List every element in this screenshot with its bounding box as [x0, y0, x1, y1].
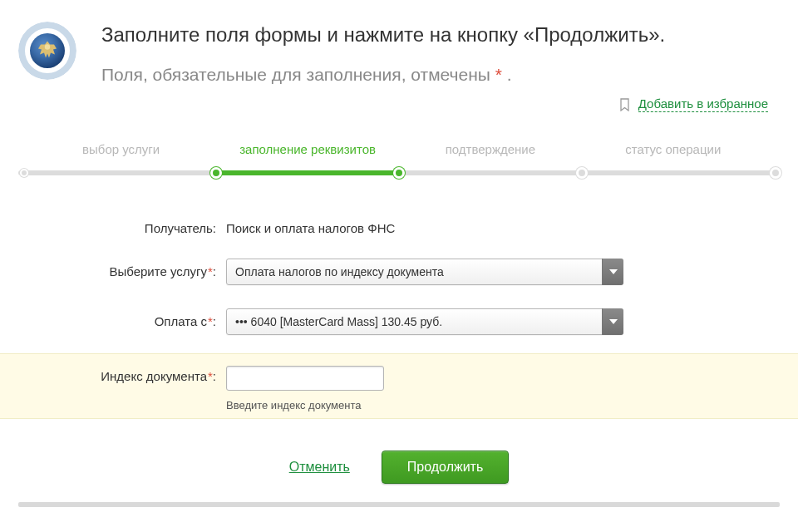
receiver-label: Получатель:: [0, 221, 226, 235]
doc-index-input[interactable]: [226, 366, 384, 391]
service-label-text: Выберите услугу: [109, 264, 207, 278]
continue-button[interactable]: Продолжить: [382, 451, 509, 484]
required-star-icon: *: [495, 65, 502, 84]
service-select[interactable]: Оплата налогов по индексу документа: [226, 259, 623, 285]
subtitle-prefix: Поля, обязательные для заполнения, отмеч…: [101, 65, 495, 84]
row-doc-index: Индекс документа*: Введите индекс докуме…: [0, 353, 798, 419]
doc-index-label: Индекс документа*:: [0, 366, 226, 383]
colon: :: [213, 264, 216, 278]
doc-index-helper: Введите индекс документа: [226, 399, 773, 411]
fns-logo-icon: [18, 22, 76, 80]
page-subtitle: Поля, обязательные для заполнения, отмеч…: [101, 65, 773, 85]
row-pay-from: Оплата с*: ••• 6040 [MasterCard Mass] 13…: [0, 293, 798, 353]
receiver-value: Поиск и оплата налогов ФНС: [226, 221, 798, 235]
step-dot-2: [210, 167, 222, 179]
row-service: Выберите услугу*: Оплата налогов по инде…: [0, 244, 798, 293]
page-title: Заполните поля формы и нажмите на кнопку…: [101, 22, 773, 48]
footer-divider: [18, 502, 780, 507]
form-actions: Отменить Продолжить: [0, 419, 798, 492]
colon: :: [213, 314, 216, 328]
step-dot-5: [770, 167, 781, 179]
step-dot-4: [576, 167, 588, 179]
colon: :: [213, 369, 216, 383]
pay-from-select[interactable]: ••• 6040 [MasterCard Mass] 130.45 руб.: [226, 308, 623, 335]
step-label-2: заполнение реквизитов: [239, 142, 376, 156]
cancel-button[interactable]: Отменить: [289, 460, 350, 475]
step-label-1: выбор услуги: [82, 142, 160, 156]
add-to-favorites-link[interactable]: Добавить в избранное: [619, 96, 768, 112]
add-to-favorites-label: Добавить в избранное: [638, 96, 768, 112]
pay-from-label-text: Оплата с: [155, 314, 207, 328]
service-select-value: Оплата налогов по индексу документа: [226, 259, 623, 285]
header: Заполните поля формы и нажмите на кнопку…: [0, 0, 798, 93]
doc-index-label-text: Индекс документа: [101, 369, 207, 383]
step-label-4: статус операции: [625, 142, 721, 156]
stepper-active-segment: [216, 170, 399, 175]
service-label: Выберите услугу*:: [0, 264, 226, 278]
step-label-3: подтверждение: [446, 142, 535, 156]
bookmark-icon: [619, 98, 630, 111]
svg-point-0: [45, 44, 50, 49]
step-dot-1: [20, 169, 28, 177]
form: Получатель: Поиск и оплата налогов ФНС В…: [0, 204, 798, 419]
progress-stepper: выбор услуги заполнение реквизитов подтв…: [0, 134, 798, 204]
row-receiver: Получатель: Поиск и оплата налогов ФНС: [0, 213, 798, 244]
pay-from-select-value: ••• 6040 [MasterCard Mass] 130.45 руб.: [226, 308, 623, 335]
pay-from-label: Оплата с*:: [0, 314, 226, 328]
subtitle-suffix: .: [502, 65, 512, 84]
step-dot-3: [393, 167, 405, 179]
